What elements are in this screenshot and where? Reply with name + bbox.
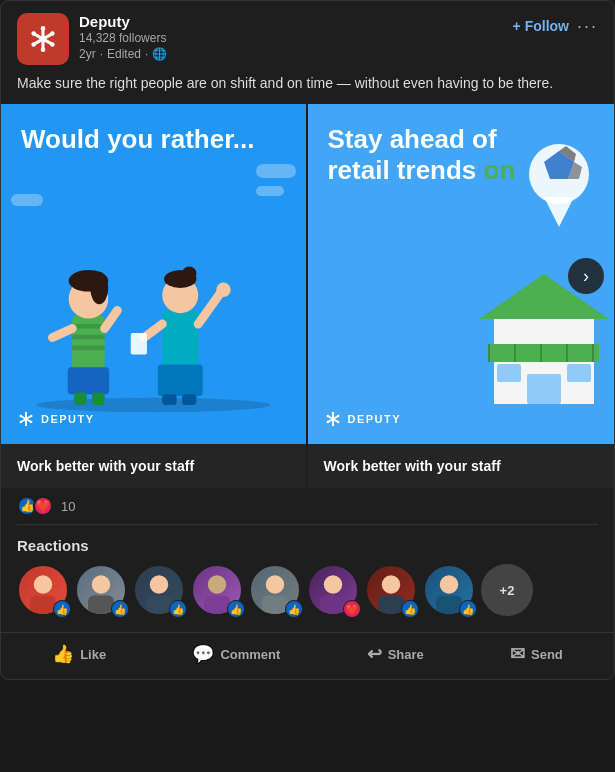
reactor-4-emoji: 👍 (227, 600, 245, 618)
reactions-section: Reactions 👍 👍 (1, 525, 614, 624)
svg-point-63 (331, 424, 333, 426)
reactor-3[interactable]: 👍 (133, 564, 185, 616)
reactor-2-emoji: 👍 (111, 600, 129, 618)
post-header: Deputy 14,328 followers 2yr · Edited · 🌐… (1, 1, 614, 73)
slide-1-bg: Would you rather... (1, 104, 306, 444)
send-icon: ✉ (510, 645, 525, 663)
svg-point-70 (92, 575, 110, 593)
svg-point-74 (208, 575, 226, 593)
slide-1-headline: Would you rather... (21, 124, 286, 155)
carousel-next-button[interactable]: › (568, 258, 604, 294)
svg-rect-73 (146, 596, 172, 614)
svg-point-64 (326, 415, 328, 417)
company-name[interactable]: Deputy (79, 13, 503, 30)
carousel: Would you rather... (1, 104, 614, 488)
svg-rect-50 (489, 344, 599, 362)
post-time: 2yr (79, 47, 96, 61)
svg-rect-32 (162, 394, 176, 405)
followers-count: 14,328 followers (79, 31, 503, 45)
share-button[interactable]: ↩ Share (355, 637, 436, 671)
svg-rect-83 (436, 596, 462, 614)
reactions-title: Reactions (17, 537, 598, 554)
chevron-right-icon: › (583, 267, 589, 285)
svg-point-67 (337, 421, 339, 423)
cloud-group (256, 164, 296, 202)
carousel-slide-2: Stay ahead of retail trends on (308, 104, 615, 488)
heart-reaction-icon: ❤️ (33, 496, 53, 516)
reaction-icons-group: 👍 ❤️ (17, 496, 53, 516)
svg-rect-75 (204, 596, 230, 614)
reactor-8[interactable]: 👍 (423, 564, 475, 616)
reactor-6[interactable]: ❤️ (307, 564, 359, 616)
share-label: Share (388, 647, 424, 662)
post-card: Deputy 14,328 followers 2yr · Edited · 🌐… (0, 0, 615, 680)
svg-rect-24 (158, 365, 203, 397)
svg-point-76 (266, 575, 284, 593)
company-avatar[interactable] (17, 13, 69, 65)
svg-rect-15 (68, 367, 109, 394)
meta-dot: · (100, 47, 103, 61)
svg-rect-13 (72, 335, 104, 340)
cloud-3 (11, 194, 43, 206)
slide-2-caption: Work better with your staff (308, 444, 615, 488)
more-reactors-count[interactable]: +2 (481, 564, 533, 616)
cloud-1 (256, 164, 296, 178)
svg-rect-81 (378, 596, 404, 614)
svg-point-9 (50, 42, 55, 47)
reactor-6-emoji: ❤️ (343, 600, 361, 618)
svg-rect-31 (131, 333, 147, 355)
svg-point-4 (41, 26, 46, 31)
svg-point-6 (31, 31, 36, 35)
svg-point-18 (90, 272, 108, 304)
svg-point-42 (30, 421, 32, 423)
reactions-avatars-list: 👍 👍 👍 (17, 564, 598, 616)
post-edited: Edited (107, 47, 141, 61)
like-button[interactable]: 👍 Like (40, 637, 118, 671)
send-button[interactable]: ✉ Send (498, 637, 575, 671)
reactor-3-emoji: 👍 (169, 600, 187, 618)
meta-dot2: · (145, 47, 148, 61)
svg-point-66 (326, 421, 328, 423)
people-illustration (1, 234, 306, 414)
cloud-2 (256, 186, 284, 196)
svg-point-40 (30, 415, 32, 417)
company-avatar-container (17, 13, 69, 65)
comment-label: Comment (220, 647, 280, 662)
deputy-badge-left: DEPUTY (17, 410, 95, 428)
svg-point-65 (337, 415, 339, 417)
svg-point-5 (41, 48, 46, 53)
reactor-5[interactable]: 👍 (249, 564, 301, 616)
reaction-count[interactable]: 10 (61, 499, 75, 514)
slide-1-caption: Work better with your staff (1, 444, 306, 488)
post-meta: 2yr · Edited · 🌐 (79, 47, 503, 61)
svg-point-80 (382, 575, 400, 593)
svg-point-72 (150, 575, 168, 593)
svg-point-7 (50, 31, 55, 35)
globe-icon: 🌐 (152, 47, 167, 61)
deputy-logo-icon (25, 21, 61, 57)
svg-point-68 (34, 575, 52, 593)
reactor-2[interactable]: 👍 (75, 564, 127, 616)
svg-point-27 (182, 266, 196, 280)
svg-rect-56 (527, 374, 561, 404)
like-label: Like (80, 647, 106, 662)
svg-point-62 (331, 412, 333, 414)
svg-point-39 (20, 415, 22, 417)
slide-2-headline-part3: on (484, 155, 516, 185)
share-icon: ↩ (367, 645, 382, 663)
svg-line-20 (105, 311, 118, 329)
post-body-text: Make sure the right people are on shift … (1, 73, 614, 104)
reactor-1[interactable]: 👍 (17, 564, 69, 616)
more-options-button[interactable]: ··· (577, 17, 598, 35)
svg-marker-47 (544, 197, 574, 227)
svg-rect-77 (262, 596, 288, 614)
svg-point-29 (216, 283, 230, 297)
svg-rect-14 (72, 346, 104, 351)
carousel-inner: Would you rather... (1, 104, 614, 488)
reactor-7[interactable]: 👍 (365, 564, 417, 616)
reactor-4[interactable]: 👍 (191, 564, 243, 616)
svg-point-8 (31, 42, 36, 47)
follow-button[interactable]: + Follow (513, 18, 569, 34)
comment-button[interactable]: 💬 Comment (180, 637, 292, 671)
svg-point-38 (25, 424, 27, 426)
